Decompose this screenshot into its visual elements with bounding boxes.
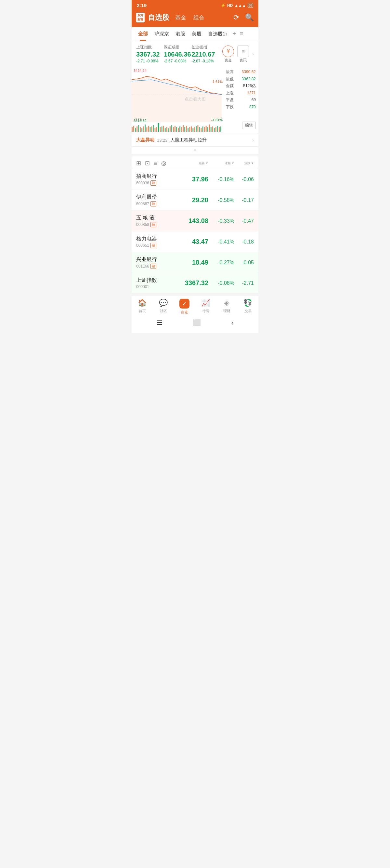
tab-zixuan[interactable]: 自选股11	[205, 27, 230, 41]
nav-wealth[interactable]: ◈ 理财	[216, 299, 237, 315]
svg-rect-17	[155, 128, 156, 132]
back-button[interactable]: ‹	[231, 319, 234, 327]
view-list[interactable]: ≡	[154, 160, 157, 167]
tab-hk[interactable]: 港股	[172, 27, 189, 41]
svg-rect-6	[136, 126, 137, 132]
add-tab-button[interactable]: +	[230, 28, 238, 40]
svg-rect-19	[158, 123, 159, 132]
stock-info: 上证指数 000001	[136, 277, 179, 289]
stock-values: 143.08 -0.33% -0.47	[179, 217, 254, 225]
chart-pct-bottom: -1.61%	[211, 118, 223, 122]
stock-row[interactable]: 上证指数 000001 3367.32 -0.08% -2.71	[132, 273, 258, 293]
index-shenzhen[interactable]: 深证成指 10646.36 -2.67 -0.03%	[164, 44, 191, 63]
menu-button[interactable]: ☰	[157, 318, 162, 327]
svg-rect-11	[144, 125, 145, 132]
svg-rect-7	[138, 125, 139, 132]
nav-portfolio[interactable]: 组合	[193, 14, 204, 22]
refresh-icon[interactable]: ⟳	[233, 13, 239, 22]
svg-rect-51	[210, 127, 212, 132]
tab-all[interactable]: 全部	[135, 27, 151, 41]
tab-hushen[interactable]: 沪深京	[151, 27, 172, 41]
index-right-buttons: ¥ 资金 ≡ 资讯 ›	[219, 44, 254, 63]
index-shangzheng[interactable]: 上证指数 3367.32 -2.71 -0.08%	[136, 44, 164, 63]
list-header: ⊞ ⊡ ≡ ◎ 最新▼ 涨幅▼ 涨跌▼	[132, 156, 258, 169]
svg-rect-25	[168, 128, 169, 132]
col-change-pct[interactable]: 涨幅▼	[208, 161, 234, 165]
nav-market[interactable]: 📈 行情	[195, 299, 216, 315]
news-tag: 大盘异动	[136, 137, 154, 143]
stock-price: 37.96	[179, 176, 208, 183]
stock-row[interactable]: 五 粮 液 000858 融 143.08 -0.33% -0.47	[132, 211, 258, 231]
stock-values: 43.47 -0.41% -0.18	[179, 238, 254, 245]
stock-row[interactable]: 格力电器 000651 融 43.47 -0.41% -0.18	[132, 231, 258, 252]
index-chuangyeban[interactable]: 创业板指 2210.67 -2.87 -0.13%	[191, 44, 219, 63]
stock-price: 43.47	[179, 238, 208, 245]
nav-community[interactable]: 💬 社区	[153, 299, 174, 315]
col-change-abs[interactable]: 涨跌▼	[234, 161, 254, 165]
tab-menu-icon[interactable]: ≡	[238, 28, 246, 40]
stock-change-abs: -0.17	[234, 197, 254, 203]
svg-rect-42	[196, 126, 197, 132]
home-button[interactable]: ⬜	[193, 318, 201, 327]
trade-icon: 💱	[243, 299, 252, 307]
svg-rect-30	[176, 127, 177, 132]
view-grid-large[interactable]: ⊡	[145, 160, 150, 167]
funds-button[interactable]: ¥ 资金	[222, 45, 234, 63]
svg-rect-35	[184, 127, 185, 132]
svg-rect-33	[181, 127, 182, 132]
stock-code: 000651	[136, 243, 149, 248]
col-latest[interactable]: 最新▼	[179, 161, 208, 165]
stock-change-abs: -0.06	[234, 177, 254, 182]
svg-rect-44	[199, 127, 200, 132]
stock-change-pct: -0.41%	[208, 239, 234, 245]
stock-change-pct: -0.27%	[208, 260, 234, 266]
svg-rect-45	[201, 128, 202, 132]
stock-code: 600887	[136, 202, 149, 206]
svg-rect-5	[135, 128, 136, 132]
nav-trade[interactable]: 💱 交易	[237, 299, 258, 315]
svg-rect-50	[209, 125, 210, 132]
volume-label: 317万	[134, 117, 142, 122]
status-time: 2:19	[137, 3, 147, 8]
search-icon[interactable]: 🔍	[245, 13, 254, 22]
stock-change-pct: -0.16%	[208, 177, 234, 182]
tab-us[interactable]: 美股	[189, 27, 205, 41]
stock-code-row: 601166 融	[136, 264, 179, 269]
news-time: 13:23	[157, 138, 168, 143]
svg-rect-9	[141, 128, 142, 132]
stock-name: 伊利股份	[136, 194, 179, 200]
news-button[interactable]: ≡ 资讯	[237, 45, 249, 63]
svg-rect-55	[217, 126, 218, 132]
header-icons: ⟳ 🔍	[233, 13, 254, 22]
svg-rect-32	[180, 126, 181, 132]
edit-button[interactable]: 编辑	[242, 122, 256, 129]
chart-container[interactable]: 3424.24 3315.82 点击看大图 1.61% -1.61% 最高 33…	[132, 67, 258, 132]
nav-funds[interactable]: 基金	[175, 14, 186, 22]
news-arrow-icon: ›	[252, 137, 254, 143]
stock-row[interactable]: 招商银行 600036 融 37.96 -0.16% -0.06	[132, 169, 258, 190]
app-logo: 东方 财富	[136, 13, 144, 22]
expand-arrow[interactable]: ›	[252, 51, 254, 57]
stock-code: 000001	[136, 284, 149, 289]
status-right: ⚡ HD ▲▲▲ 68	[221, 3, 253, 8]
stock-rows: 招商银行 600036 融 37.96 -0.16% -0.06 伊利股份 60…	[132, 169, 258, 293]
wifi-icon: ▲▲▲	[234, 3, 246, 8]
view-grid-small[interactable]: ⊞	[136, 160, 141, 167]
news-ticker[interactable]: 大盘异动 13:23 人脑工程异动拉升 ›	[132, 134, 258, 146]
view-target[interactable]: ◎	[161, 160, 166, 167]
stock-row[interactable]: 兴业银行 601166 融 18.49 -0.27% -0.05	[132, 252, 258, 273]
svg-rect-47	[204, 127, 205, 132]
stock-price: 143.08	[179, 217, 208, 225]
stock-info: 招商银行 600036 融	[136, 173, 179, 186]
chart-section[interactable]: 3424.24 3315.82 点击看大图 1.61% -1.61% 最高 33…	[132, 67, 258, 134]
market-icon: 📈	[201, 299, 210, 307]
chart-view-label[interactable]: 点击看大图	[185, 96, 206, 102]
nav-watchlist[interactable]: ✓ 自选	[174, 299, 195, 315]
chart-svg	[132, 67, 223, 122]
nav-home[interactable]: 🏠 首页	[132, 299, 153, 315]
stock-price: 18.49	[179, 259, 208, 266]
svg-rect-16	[153, 125, 154, 132]
stock-row[interactable]: 伊利股份 600887 融 29.20 -0.58% -0.17	[132, 190, 258, 211]
stock-name: 兴业银行	[136, 256, 179, 263]
stock-code-row: 000651 融	[136, 243, 179, 248]
